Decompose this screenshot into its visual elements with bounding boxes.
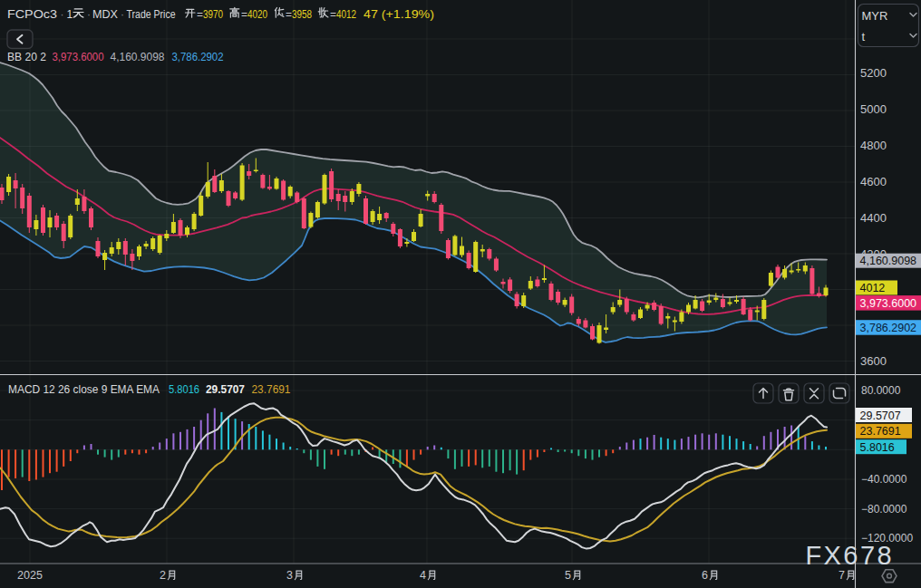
svg-text:7: 7 [839,569,845,582]
svg-text:4012: 4012 [860,282,886,294]
svg-text:4: 4 [420,569,426,582]
svg-text:4400: 4400 [860,211,887,225]
svg-text:3,786.2902: 3,786.2902 [860,322,917,334]
svg-text:−40.0000: −40.0000 [861,473,907,486]
svg-text:3: 3 [286,569,293,582]
svg-text:23.7691: 23.7691 [860,425,901,438]
svg-text:=: = [197,8,203,21]
svg-text:·: · [121,8,124,21]
svg-text:2025: 2025 [17,569,43,582]
svg-text:Trade Price: Trade Price [127,8,176,21]
svg-text:5.8016: 5.8016 [860,441,895,454]
svg-text:3,786.2902: 3,786.2902 [172,51,224,63]
svg-text:29.5707: 29.5707 [206,383,245,396]
svg-text:=: = [241,8,247,21]
svg-text:MACD 12 26 close 9 EMA EMA: MACD 12 26 close 9 EMA EMA [8,383,160,396]
svg-text:5: 5 [565,569,571,582]
svg-text:80.0000: 80.0000 [861,384,901,397]
svg-text:1: 1 [67,8,73,21]
svg-text:4012: 4012 [336,8,356,21]
svg-text:·: · [87,8,91,21]
svg-text:4800: 4800 [860,139,887,152]
svg-text:5200: 5200 [860,66,887,80]
svg-text:5.8016: 5.8016 [169,383,199,396]
svg-text:3970: 3970 [203,8,223,21]
svg-text:BB 20 2: BB 20 2 [7,51,46,63]
svg-text:−80.0000: −80.0000 [861,503,907,516]
svg-text:4600: 4600 [860,175,887,188]
svg-text:6: 6 [702,569,708,582]
svg-text:3958: 3958 [292,8,312,21]
svg-text:2: 2 [160,569,166,582]
svg-text:29.5707: 29.5707 [860,410,901,422]
svg-text:4,160.9098: 4,160.9098 [860,255,917,267]
svg-text:=: = [286,8,292,21]
svg-text:4020: 4020 [247,8,267,21]
svg-text:23.7691: 23.7691 [252,383,291,396]
svg-text:47 (+1.19%): 47 (+1.19%) [364,8,434,21]
svg-text:3,973.6000: 3,973.6000 [860,297,917,310]
svg-text:FX678: FX678 [806,541,894,570]
svg-text:MYR: MYR [862,9,888,23]
svg-text:5000: 5000 [860,102,887,116]
svg-text:3,973.6000: 3,973.6000 [53,51,104,63]
svg-text:·: · [61,8,64,21]
svg-text:4,160.9098: 4,160.9098 [111,51,165,63]
svg-text:MDX: MDX [92,8,118,21]
svg-text:FCPOc3: FCPOc3 [7,8,57,21]
svg-text:3600: 3600 [860,354,887,368]
svg-text:=: = [330,8,336,21]
svg-text:t: t [862,30,866,43]
